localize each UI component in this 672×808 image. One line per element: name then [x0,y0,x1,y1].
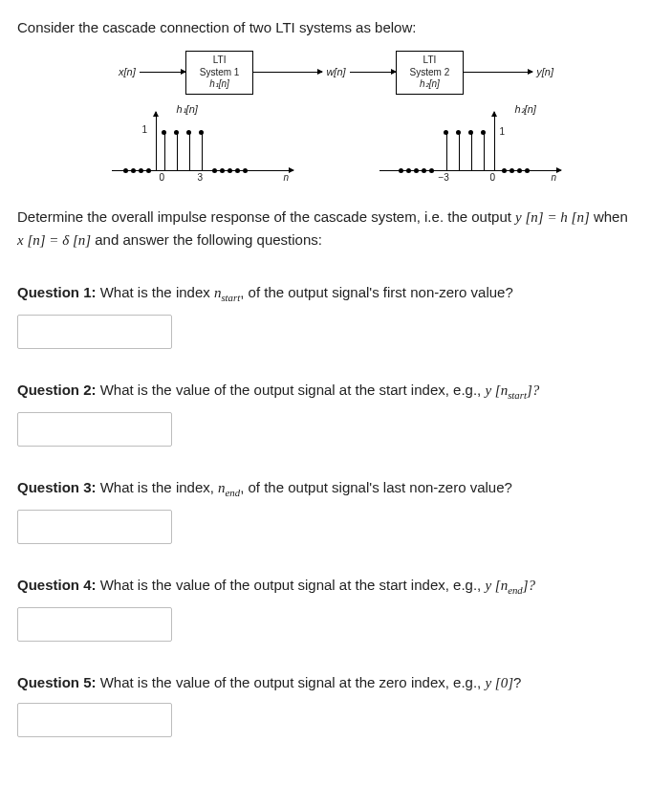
dot-icon [429,168,434,173]
dot-icon [422,168,426,173]
q2-answer-input[interactable] [17,412,172,447]
q3-text-b: , of the output signal's last non-zero v… [240,479,512,495]
plot1-tick-0: 0 [160,171,165,185]
lti-box-1: LTI System 1 h₁[n] [185,51,254,95]
stem-icon [484,133,485,171]
q1-sym-sub: start [221,292,240,303]
question-2: Question 2: What is the value of the out… [17,380,655,447]
q3-sym-sub: end [226,487,241,498]
q2-text-b: ]? [527,382,539,398]
plot1-tick-3: 3 [198,171,204,185]
q3-answer-input[interactable] [17,510,172,544]
stem-icon [177,133,178,171]
q2-sym: y [nstart [485,382,527,398]
stem-icon [189,133,190,171]
q4-prompt: Question 4: What is the value of the out… [17,575,655,598]
dot-icon [123,168,128,173]
arrow-icon [140,72,185,73]
explain-part1b: when [594,208,628,225]
q1-text-a: What is the index [97,284,214,300]
arrow-icon [350,72,396,73]
box2-line1: LTI [410,55,450,67]
plot2-title: h₂[n] [515,102,536,117]
dot-icon [235,168,240,173]
q5-sym: y [0] [485,675,513,690]
dot-icon [212,168,217,173]
q3-text-a: What is the index, [97,479,219,495]
question-1: Question 1: What is the index nstart, of… [17,282,655,349]
stem-icon [446,133,447,171]
stem-plot-h2: h₂[n] 1 −3 0 n [379,106,561,183]
q4-text-b: ]? [523,578,535,593]
q3-sym: nend [218,480,240,495]
dot-icon [502,168,507,173]
q4-answer-input[interactable] [17,607,172,642]
plot2-tick-0: 0 [490,171,496,185]
q1-label: Question 1: [17,284,97,300]
dot-icon [228,168,232,173]
arrow-icon [253,72,322,73]
q3-prompt: Question 3: What is the index, nend, of … [17,477,655,500]
question-3: Question 3: What is the index, nend, of … [17,477,655,544]
q5-prompt: Question 5: What is the value of the out… [17,672,655,693]
q5-text-b: ? [513,674,521,690]
question-4: Question 4: What is the value of the out… [17,575,655,642]
dot-icon [243,168,248,173]
dot-icon [509,168,514,173]
signal-y-label: y[n] [536,65,553,79]
q2-text-a: What is the value of the output signal a… [97,382,486,398]
dot-icon [399,168,403,173]
plot2-endlabel: n [552,171,557,185]
q2-label: Question 2: [17,382,97,398]
q4-label: Question 4: [17,577,97,593]
dot-icon [525,168,530,173]
plot1-endlabel: n [284,171,290,185]
stem-icon [471,133,472,171]
box1-line1: LTI [200,55,240,67]
q3-sym-base: n [218,480,226,495]
lti-box-2: LTI System 2 h₂[n] [396,51,465,95]
stem-icon [202,133,203,171]
dot-icon [406,168,411,173]
box2-line3: h₂[n] [410,78,450,91]
q1-answer-input[interactable] [17,315,172,349]
dot-icon [139,168,143,173]
signal-x-label: x[n] [119,65,136,79]
q5-label: Question 5: [17,674,97,690]
explain-paragraph: Determine the overall impulse response o… [17,206,655,252]
dot-icon [146,168,151,173]
cascade-diagram: x[n] LTI System 1 h₁[n] w[n] LTI System … [17,51,655,183]
q4-sym-base: y [n [485,578,508,593]
explain-math2: x [n] = δ [n] [17,232,91,248]
box1-line3: h₁[n] [200,78,240,91]
arrow-icon [464,72,532,73]
explain-math1: y [n] = h [n] [515,209,590,225]
q2-sym-sub: start [508,389,527,401]
dot-icon [220,168,225,173]
q5-answer-input[interactable] [17,703,172,737]
stem-icon [459,133,460,171]
plot2-tick-neg3: −3 [439,171,449,185]
intro-text: Consider the cascade connection of two L… [17,17,655,37]
stem-plots-row: h₁[n] 1 0 3 n h₂[n] 1 [17,106,655,183]
question-5: Question 5: What is the value of the out… [17,672,655,737]
q4-sym-sub: end [508,584,523,596]
q5-text-a: What is the value of the output signal a… [97,674,486,690]
dot-icon [517,168,522,173]
q1-text-b: , of the output signal's first non-zero … [240,284,513,300]
box2-line2: System 2 [410,67,450,79]
q1-prompt: Question 1: What is the index nstart, of… [17,282,655,305]
q1-sym: nstart [214,285,240,300]
q2-prompt: Question 2: What is the value of the out… [17,380,655,403]
stem-plot-h1: h₁[n] 1 0 3 n [112,106,293,183]
q4-text-a: What is the value of the output signal a… [97,577,486,593]
q2-sym-base: y [n [485,382,508,398]
plot2-ylabel: 1 [500,125,506,139]
explain-part2b: and answer the following questions: [95,231,322,248]
dot-icon [131,168,136,173]
plot1-ylabel: 1 [142,123,148,137]
dot-icon [414,168,419,173]
q4-sym: y [nend [485,578,522,593]
signal-w-label: w[n] [326,65,345,79]
y-axis-icon [494,112,495,171]
